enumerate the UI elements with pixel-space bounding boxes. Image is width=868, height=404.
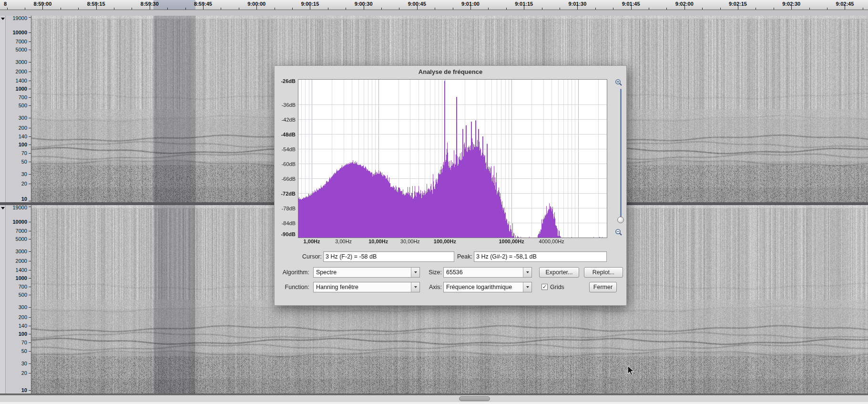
frequency-ruler-label: 140 <box>6 323 27 329</box>
horizontal-scrollbar[interactable] <box>0 395 868 402</box>
frequency-ruler-label: 10 <box>6 197 27 202</box>
zoom-in-icon[interactable] <box>615 79 623 86</box>
peak-label: Peak: <box>439 251 472 262</box>
frequency-ruler-label: 50 <box>6 159 27 165</box>
frequency-ruler-tick <box>29 373 31 373</box>
chevron-down-icon[interactable] <box>523 282 531 292</box>
close-button[interactable]: Fermer <box>589 282 617 292</box>
cursor-value-field[interactable]: 3 Hz (F-2) = -58 dB <box>323 251 454 262</box>
function-select[interactable]: Hanning fenêtre <box>313 282 420 292</box>
frequency-ruler-label: 200 <box>6 315 27 320</box>
frequency-ruler-tick <box>29 118 31 118</box>
frequency-ruler-tick <box>29 81 31 81</box>
timeline-selection <box>153 0 195 10</box>
chevron-down-icon[interactable] <box>523 268 531 277</box>
dialog-title: Analyse de fréquence <box>275 68 626 75</box>
scrollbar-thumb[interactable] <box>459 396 490 401</box>
track2-collapse-strip[interactable] <box>0 205 6 394</box>
frequency-ruler-tick <box>29 184 31 184</box>
timeline-tick <box>185 8 186 10</box>
timeline-tick <box>666 8 667 10</box>
frequency-ruler-tick <box>29 287 31 287</box>
freq-tick-label: 1,00Hz <box>304 238 320 244</box>
selection-region-track2 <box>153 205 195 394</box>
peak-value-field[interactable]: 3 Hz (G#-2) = -58,1 dB <box>474 251 607 262</box>
frequency-ruler-label: 20 <box>6 181 27 186</box>
mouse-cursor <box>627 365 635 377</box>
frequency-ruler-tick <box>29 153 31 154</box>
timeline-tick <box>470 6 471 10</box>
frequency-ruler-label: 700 <box>6 284 27 290</box>
frequency-ruler-tick <box>29 89 31 89</box>
frequency-ruler-tick <box>29 222 31 222</box>
timeline-tick <box>631 6 632 10</box>
zoom-slider[interactable] <box>620 89 622 220</box>
frequency-ruler-track2[interactable]: 1900010000700050003000200014001000700500… <box>6 205 31 394</box>
frequency-ruler-tick <box>29 207 31 207</box>
export-button[interactable]: Exporter... <box>539 267 579 278</box>
timeline-tick <box>649 8 649 10</box>
frequency-ruler-label: 30 <box>6 361 27 366</box>
timeline-tick <box>738 6 738 10</box>
timeline-tick <box>417 6 418 10</box>
timeline-tick <box>756 8 756 10</box>
frequency-ruler-label: 10000 <box>6 219 27 225</box>
collapse-triangle-icon[interactable] <box>1 207 5 209</box>
timeline-tick <box>435 8 435 10</box>
frequency-ruler-label: 20 <box>6 371 27 376</box>
frequency-ruler-tick <box>29 261 31 261</box>
frequency-ruler-label: 19000 <box>6 205 27 210</box>
db-tick-label: -84dB <box>275 220 296 226</box>
timeline-tick <box>364 6 364 10</box>
db-tick-label: -90dB <box>275 231 296 237</box>
timeline-tick <box>506 8 507 10</box>
replot-button[interactable]: Replot... <box>584 267 623 278</box>
freq-tick-label: 1000,00Hz <box>499 238 524 244</box>
track1-collapse-strip[interactable] <box>0 16 6 202</box>
timeline-tick <box>114 8 114 10</box>
freq-tick-label: 3,00Hz <box>335 238 352 244</box>
frequency-ruler-label: 300 <box>6 305 27 310</box>
algorithm-value: Spectre <box>314 269 411 276</box>
frequency-ruler-tick <box>29 326 31 326</box>
zoom-out-icon[interactable] <box>615 228 623 236</box>
frequency-ruler-track1[interactable]: 1900010000700050003000200014001000700500… <box>6 16 31 202</box>
spectrum-plot[interactable] <box>298 80 607 238</box>
size-select[interactable]: 65536 <box>443 267 532 278</box>
zoom-slider-thumb[interactable] <box>617 217 624 223</box>
frequency-analysis-dialog: Analyse de fréquence -26dB-36dB-42dB-48d… <box>274 65 627 306</box>
timeline-tick <box>61 8 61 10</box>
timeline-ruler[interactable]: 8 8:59:008:59:158:59:308:59:459:00:009:0… <box>0 0 868 10</box>
timeline-tick <box>845 6 845 10</box>
frequency-ruler-tick <box>29 334 31 334</box>
frequency-ruler-tick <box>29 390 31 391</box>
collapse-triangle-icon[interactable] <box>1 18 5 20</box>
status-strip <box>0 402 868 404</box>
frequency-ruler-tick <box>29 317 31 318</box>
frequency-ruler-tick <box>29 136 31 137</box>
frequency-ruler-tick <box>29 32 31 33</box>
frequency-ruler-tick <box>29 145 31 145</box>
frequency-ruler-label: 100 <box>6 142 27 147</box>
timeline-tick <box>720 8 721 10</box>
freq-tick-label: 30,00Hz <box>400 238 420 244</box>
frequency-ruler-tick <box>29 351 31 352</box>
frequency-ruler-label: 5000 <box>6 47 27 52</box>
db-tick-label: -54dB <box>275 146 296 152</box>
timeline-tick <box>292 8 293 10</box>
db-tick-label: -42dB <box>275 117 296 123</box>
timeline-tick <box>381 8 382 10</box>
timeline-tick <box>809 8 810 10</box>
size-label: Size: <box>417 267 442 278</box>
frequency-ruler-label: 19000 <box>6 16 27 21</box>
grids-checkbox[interactable]: ✓ <box>541 284 548 290</box>
frequency-ruler-tick <box>29 50 31 50</box>
cursor-label: Cursor: <box>284 251 322 262</box>
frequency-ruler-label: 10000 <box>6 30 27 35</box>
frequency-ruler-tick <box>29 278 31 279</box>
timeline-tick <box>78 8 79 10</box>
timeline-tick <box>863 8 863 10</box>
axis-select[interactable]: Fréquence logarithmique <box>443 282 532 292</box>
timeline-tick <box>595 8 596 10</box>
algorithm-select[interactable]: Spectre <box>313 267 420 278</box>
